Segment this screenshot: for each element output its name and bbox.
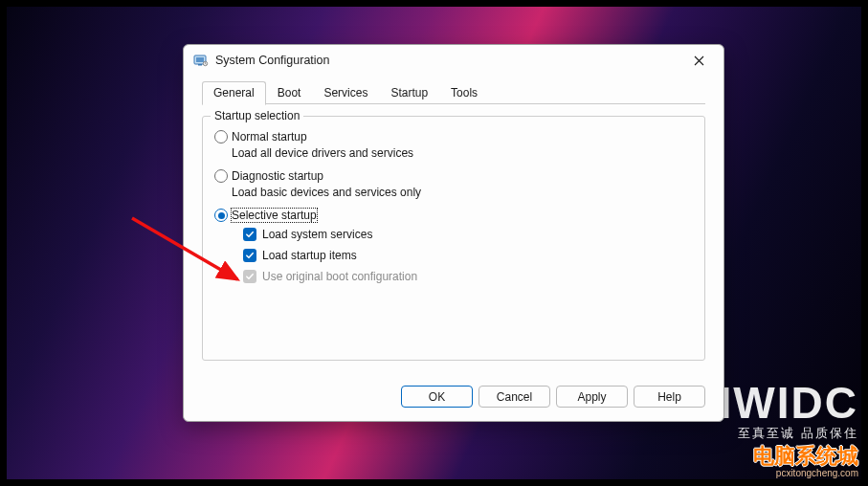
svg-rect-2 — [198, 64, 202, 66]
watermark-brand: 电脑系统城 — [700, 442, 858, 471]
tab-boot[interactable]: Boot — [266, 81, 313, 104]
radio-normal-startup[interactable] — [214, 130, 228, 144]
tab-body-general: Startup selection Normal startup Load al… — [184, 104, 723, 370]
radio-diagnostic-startup[interactable] — [214, 169, 228, 183]
titlebar: System Configuration — [184, 45, 723, 76]
tabstrip: General Boot Services Startup Tools — [184, 76, 723, 104]
system-configuration-dialog: System Configuration General Boot Servic… — [183, 44, 724, 422]
apply-button[interactable]: Apply — [556, 386, 628, 408]
checkbox-load-startup-items-label[interactable]: Load startup items — [262, 249, 357, 262]
checkbox-load-system-services-label[interactable]: Load system services — [262, 228, 372, 241]
radio-normal-label[interactable]: Normal startup — [232, 130, 307, 144]
close-icon — [694, 55, 704, 66]
dialog-button-row: OK Cancel Apply Help — [401, 386, 705, 408]
tab-general[interactable]: General — [202, 81, 266, 105]
normal-startup-desc: Load all device drivers and services — [232, 146, 693, 160]
check-icon — [245, 251, 255, 260]
diagnostic-startup-desc: Load basic devices and services only — [232, 186, 693, 199]
cancel-button[interactable]: Cancel — [479, 386, 550, 408]
checkbox-load-system-services[interactable] — [243, 228, 256, 241]
watermark-slogan: 至真至诚 品质保住 — [700, 425, 858, 442]
watermark-domain: pcxitongcheng.com — [700, 468, 858, 478]
radio-selective-startup[interactable] — [214, 209, 228, 222]
msconfig-icon — [193, 53, 209, 68]
checkbox-use-original-boot-config — [243, 270, 256, 283]
svg-rect-1 — [196, 57, 204, 62]
tab-services[interactable]: Services — [312, 81, 379, 104]
help-button[interactable]: Help — [634, 386, 705, 408]
window-title: System Configuration — [215, 54, 685, 67]
radio-diagnostic-label[interactable]: Diagnostic startup — [232, 169, 323, 183]
group-legend: Startup selection — [211, 109, 303, 122]
tab-startup[interactable]: Startup — [379, 81, 439, 104]
check-icon — [245, 230, 255, 239]
startup-selection-group: Startup selection Normal startup Load al… — [202, 116, 705, 361]
close-button[interactable] — [685, 47, 712, 74]
ok-button[interactable]: OK — [401, 386, 473, 408]
tab-tools[interactable]: Tools — [439, 81, 489, 104]
checkbox-load-startup-items[interactable] — [243, 249, 256, 262]
check-icon — [245, 272, 255, 281]
checkbox-use-original-boot-config-label: Use original boot configuration — [262, 270, 417, 283]
radio-selective-label[interactable]: Selective startup — [232, 209, 317, 222]
